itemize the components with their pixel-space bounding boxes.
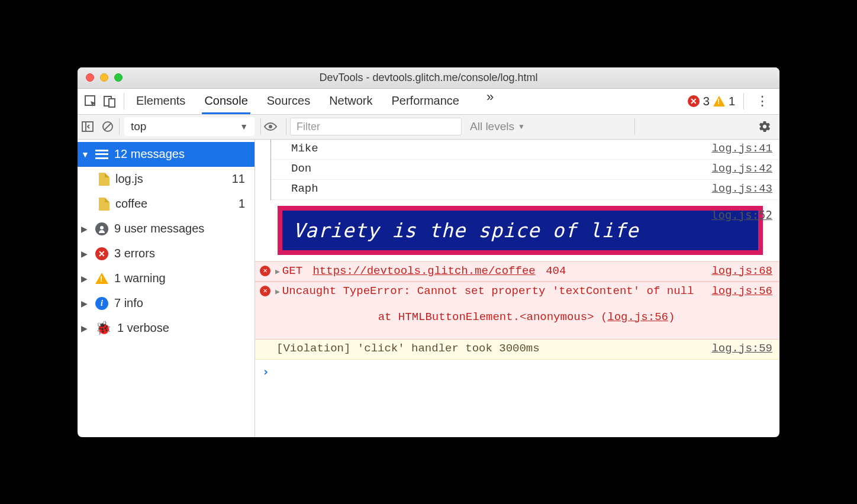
sidebar-warnings[interactable]: ▶ 1 warning [78, 266, 254, 291]
file-icon [99, 198, 109, 211]
source-link[interactable]: log.js:68 [704, 264, 772, 277]
titlebar: DevTools - devtools.glitch.me/console/lo… [78, 67, 779, 89]
sidebar-verbose[interactable]: ▶ 🐞 1 verbose [78, 316, 254, 341]
svg-line-6 [104, 123, 111, 130]
exception-row[interactable]: ✕ ▶ Uncaught TypeError: Cannot set prope… [255, 282, 779, 340]
violation-row[interactable]: [Violation] 'click' handler took 3000ms … [255, 340, 779, 360]
source-link[interactable]: log.js:56 [704, 285, 772, 298]
log-row[interactable]: Don log.js:42 [271, 160, 779, 180]
tab-elements[interactable]: Elements [134, 89, 188, 114]
status-counts[interactable]: ✕ 3 1 [688, 95, 739, 108]
chevron-right-icon: ▶ [81, 249, 89, 259]
context-selector[interactable]: top ▼ [124, 117, 254, 136]
info-icon: i [95, 297, 108, 310]
kebab-menu-icon[interactable]: ⋮ [749, 93, 776, 109]
panel-tabs: Elements Console Sources Network Perform… [129, 89, 494, 114]
chevron-right-icon: ▶ [275, 267, 280, 276]
source-link[interactable]: log.js:59 [704, 342, 772, 355]
sidebar-info[interactable]: ▶ i 7 info [78, 291, 254, 316]
error-icon: ✕ [260, 286, 270, 296]
svg-point-7 [269, 125, 272, 128]
filter-input[interactable]: Filter [290, 118, 462, 135]
chevron-right-icon: ▶ [81, 274, 89, 283]
inspect-icon[interactable] [81, 92, 100, 111]
source-link[interactable]: log.js:56 [607, 311, 668, 324]
source-link[interactable]: log.js:43 [704, 182, 772, 195]
chevron-right-icon: ▶ [275, 287, 280, 296]
source-link[interactable]: log.js:52 [711, 208, 772, 221]
clear-console-icon[interactable] [98, 121, 118, 133]
warning-count: 1 [729, 95, 735, 108]
file-icon [99, 173, 109, 186]
warning-icon [95, 273, 108, 284]
error-icon: ✕ [95, 247, 108, 260]
chevron-down-icon: ▼ [81, 150, 89, 159]
console-sidebar: ▼ 12 messages log.js 11 coffee 1 ▶ 9 use… [78, 140, 255, 437]
tab-bar: Elements Console Sources Network Perform… [78, 89, 779, 115]
styled-banner: Variety is the spice of life [278, 206, 763, 255]
tab-network[interactable]: Network [327, 89, 375, 114]
window-title: DevTools - devtools.glitch.me/console/lo… [78, 72, 779, 84]
sidebar-errors[interactable]: ▶ ✕ 3 errors [78, 241, 254, 266]
bug-icon: 🐞 [95, 321, 111, 336]
error-badge-icon: ✕ [688, 95, 700, 107]
user-icon [95, 222, 108, 235]
context-label: top [131, 120, 146, 133]
devtools-window: DevTools - devtools.glitch.me/console/lo… [78, 67, 779, 437]
sidebar-toggle-icon[interactable] [78, 121, 98, 133]
error-icon: ✕ [260, 266, 270, 276]
chevron-right-icon: ▶ [81, 324, 89, 333]
tab-performance[interactable]: Performance [389, 89, 462, 114]
source-link[interactable]: log.js:41 [704, 142, 772, 155]
source-link[interactable]: log.js:42 [704, 162, 772, 175]
device-toggle-icon[interactable] [100, 92, 119, 111]
url-link[interactable]: https://devtools.glitch.me/coffee [312, 264, 535, 277]
settings-icon[interactable] [750, 120, 779, 133]
styled-log-row[interactable]: log.js:52 Variety is the spice of life [255, 206, 779, 261]
network-error-row[interactable]: ✕ ▶ GET https://devtools.glitch.me/coffe… [255, 261, 779, 282]
console-prompt[interactable]: › [255, 360, 779, 383]
more-tabs-icon[interactable]: » [487, 89, 494, 114]
chevron-down-icon: ▼ [518, 122, 525, 131]
svg-rect-2 [109, 99, 115, 107]
log-row[interactable]: Mike log.js:41 [271, 140, 779, 160]
chevron-right-icon: ▶ [81, 299, 89, 308]
live-expression-icon[interactable] [263, 122, 282, 131]
console-output: Mike log.js:41 Don log.js:42 Raph log.js… [255, 140, 779, 437]
log-row[interactable]: Raph log.js:43 [271, 180, 779, 200]
sidebar-user-messages[interactable]: ▶ 9 user messages [78, 217, 254, 241]
list-icon [95, 150, 108, 159]
warning-badge-icon [713, 96, 725, 106]
error-count: 3 [703, 95, 710, 108]
sidebar-messages[interactable]: ▼ 12 messages [78, 142, 254, 167]
sidebar-file[interactable]: coffee 1 [78, 192, 254, 217]
chevron-down-icon: ▼ [240, 122, 248, 131]
sidebar-file[interactable]: log.js 11 [78, 167, 254, 192]
tab-sources[interactable]: Sources [265, 89, 312, 114]
log-levels-selector[interactable]: All levels ▼ [470, 120, 525, 133]
tab-console[interactable]: Console [202, 89, 250, 114]
chevron-right-icon: ▶ [81, 224, 89, 234]
svg-point-8 [100, 226, 104, 230]
console-toolbar: top ▼ Filter All levels ▼ [78, 115, 779, 140]
